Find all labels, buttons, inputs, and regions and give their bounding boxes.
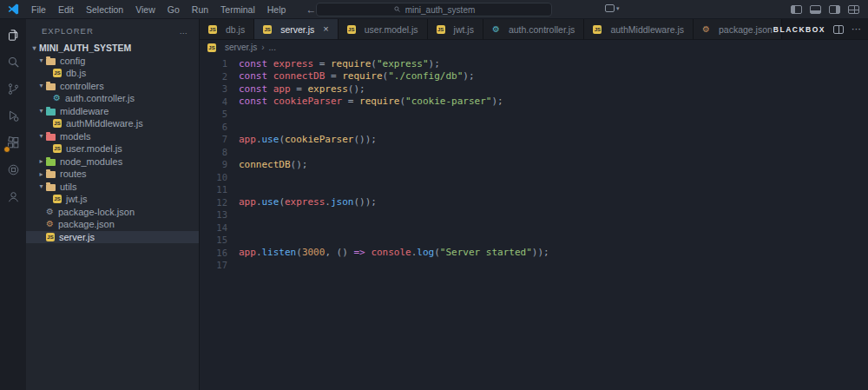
code-line[interactable]: 3const app = express(); (200, 83, 868, 96)
code-editor[interactable]: 1const express = require("express");2con… (200, 55, 868, 390)
editor-more-actions-icon[interactable]: ⋯ (852, 24, 861, 34)
breadcrumb-more: ... (269, 43, 276, 52)
layout-options-icon[interactable]: ▾ (605, 4, 620, 12)
tab-package-json[interactable]: ⚙package.json (694, 19, 782, 39)
code-text: app.use(cookieParser()); (239, 134, 377, 145)
tree-item-jwt-js[interactable]: JSjwt.js (26, 193, 199, 206)
code-line[interactable]: 5 (200, 108, 868, 121)
code-line[interactable]: 12app.use(express.json()); (200, 196, 868, 209)
tree-item-label: middleware (60, 106, 108, 116)
tree-item-package-lock-json[interactable]: ⚙package-lock.json (26, 206, 199, 219)
tab-db-js[interactable]: JSdb.js (200, 19, 254, 39)
line-number: 13 (200, 209, 227, 220)
menu-view[interactable]: View (129, 4, 161, 15)
chevron-right-icon: ▸ (36, 157, 46, 165)
line-number: 9 (200, 159, 227, 169)
tree-item-controllers[interactable]: ▾controllers (26, 80, 199, 93)
code-line[interactable]: 16app.listen(3000, () => console.log("Se… (200, 247, 868, 260)
tree-item-mini-auth-system[interactable]: ▾MINI_AUTH_SYSTEM (26, 42, 199, 55)
folder-icon (46, 109, 56, 116)
menu-terminal[interactable]: Terminal (214, 4, 261, 15)
line-number: 7 (200, 134, 227, 144)
tab-label: authMiddleware.js (610, 24, 684, 35)
gear-file-icon: ⚙ (46, 208, 54, 216)
search-value: mini_auth_system (405, 5, 476, 15)
code-line[interactable]: 10 (200, 171, 868, 184)
chevron-down-icon: ▾ (36, 107, 46, 115)
close-icon[interactable]: × (323, 24, 328, 34)
menu-run[interactable]: Run (186, 4, 214, 15)
code-line[interactable]: 11 (200, 183, 868, 196)
code-line[interactable]: 14 (200, 221, 868, 235)
line-number: 5 (200, 109, 227, 119)
tree-item-auth-controller-js[interactable]: ⚙auth.controller.js (26, 92, 199, 105)
run-and-debug-icon[interactable] (3, 106, 23, 125)
breadcrumb[interactable]: JS server.js › ... (200, 40, 868, 55)
tab-jwt-js[interactable]: JSjwt.js (428, 19, 483, 39)
js-file-icon: JS (207, 43, 216, 52)
js-file-icon: JS (53, 195, 62, 203)
menu-help[interactable]: Help (261, 4, 293, 15)
menu-edit[interactable]: Edit (52, 4, 80, 15)
more-actions-icon[interactable]: … (180, 26, 189, 36)
tree-item-label: routes (60, 169, 87, 179)
chevron-right-icon: › (261, 43, 264, 52)
tree-item-label: models (60, 131, 90, 142)
toggle-panel-icon[interactable] (810, 5, 821, 14)
menu-file[interactable]: File (25, 4, 52, 15)
tree-item-server-js[interactable]: JSserver.js (26, 231, 199, 244)
code-line[interactable]: 8 (200, 146, 868, 159)
tree-item-db-js[interactable]: JSdb.js (26, 67, 199, 80)
tree-item-label: MINI_AUTH_SYSTEM (39, 43, 131, 53)
toggle-primary-sidebar-icon[interactable] (791, 5, 802, 14)
account-icon[interactable] (3, 187, 23, 206)
tab-server-js[interactable]: JSserver.js× (254, 19, 339, 39)
line-number: 6 (200, 122, 227, 132)
code-line[interactable]: 2const connectDB = require("./config/db"… (200, 70, 868, 83)
code-line[interactable]: 17 (200, 259, 868, 272)
extensions-icon[interactable] (3, 133, 23, 152)
code-line[interactable]: 15 (200, 234, 868, 247)
code-line[interactable]: 1const express = require("express"); (200, 57, 868, 70)
tab-auth-controller-js[interactable]: ⚙auth.controller.js (483, 19, 584, 39)
code-line[interactable]: 6 (200, 121, 868, 134)
split-editor-icon[interactable] (833, 25, 844, 34)
explorer-icon[interactable] (3, 25, 23, 44)
tree-item-label: package-lock.json (58, 207, 135, 217)
tree-item-config[interactable]: ▾config (26, 55, 199, 68)
code-line[interactable]: 4const cookieParser = require("cookie-pa… (200, 96, 868, 109)
back-icon[interactable]: ← (306, 4, 316, 15)
blackbox-icon[interactable] (3, 160, 23, 179)
code-line[interactable]: 13 (200, 208, 868, 221)
folder-icon (46, 134, 56, 141)
customize-layout-icon[interactable] (848, 5, 859, 14)
tab-authmiddleware-js[interactable]: JSauthMiddleware.js (584, 19, 694, 39)
source-control-icon[interactable] (3, 79, 23, 98)
tree-item-utils[interactable]: ▾utils (26, 181, 199, 194)
tree-item-authmiddleware-js[interactable]: JSauthMiddleware.js (26, 117, 199, 130)
tree-item-label: db.js (66, 68, 86, 78)
tree-item-label: controllers (60, 81, 104, 91)
window-layout-controls (791, 5, 859, 14)
tree-item-package-json[interactable]: ⚙package.json (26, 218, 199, 231)
toggle-secondary-sidebar-icon[interactable] (829, 5, 840, 14)
code-line[interactable]: 9connectDB(); (200, 158, 868, 171)
search-icon (393, 5, 401, 15)
menu-go[interactable]: Go (161, 4, 186, 15)
tree-item-models[interactable]: ▾models (26, 130, 199, 143)
tree-item-node-modules[interactable]: ▸node_modules (26, 155, 199, 169)
menu-selection[interactable]: Selection (80, 4, 129, 15)
tree-item-routes[interactable]: ▸routes (26, 168, 199, 181)
js-file-icon: JS (208, 25, 217, 34)
blackbox-brand: BLACKBOX (773, 25, 825, 34)
tree-item-middleware[interactable]: ▾middleware (26, 105, 199, 118)
command-center-search[interactable]: mini_auth_system (316, 3, 552, 17)
code-text: connectDB(); (239, 159, 307, 170)
folder-icon (46, 171, 56, 178)
tree-item-user-model-js[interactable]: JSuser.model.js (26, 142, 199, 155)
gear-file-icon: ⚙ (46, 220, 54, 228)
tab-user-model-js[interactable]: JSuser.model.js (339, 19, 428, 39)
code-line[interactable]: 7app.use(cookieParser()); (200, 133, 868, 146)
line-number: 15 (200, 235, 227, 245)
search-icon[interactable] (3, 52, 23, 71)
